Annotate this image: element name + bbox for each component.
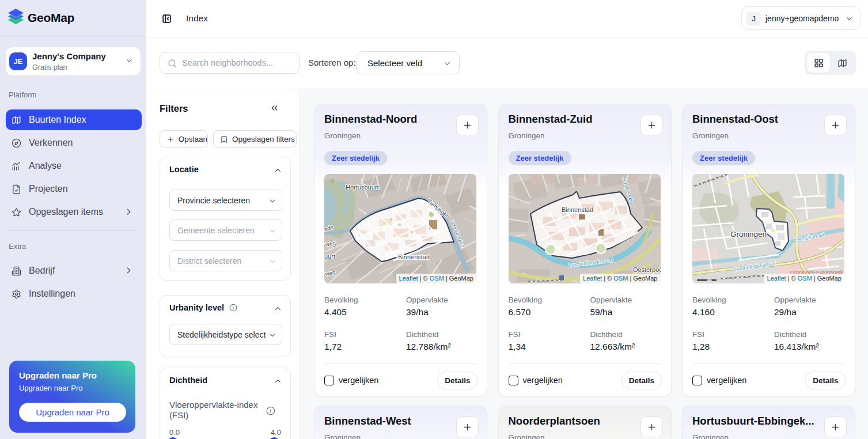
svg-text:Oosterpoo: Oosterpoo bbox=[633, 266, 661, 273]
svg-text:uurt: uurt bbox=[324, 253, 335, 260]
svg-text:Binnenstad: Binnenstad bbox=[562, 206, 593, 213]
svg-text:Hortusbuurt: Hortusbuurt bbox=[346, 184, 378, 191]
svg-text:Binnenstad: Binnenstad bbox=[398, 253, 430, 260]
svg-text:Groningen: Groningen bbox=[730, 230, 767, 239]
